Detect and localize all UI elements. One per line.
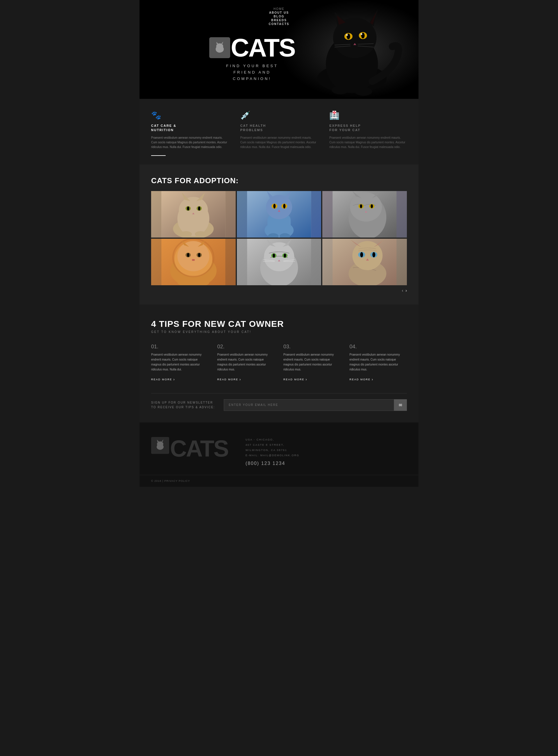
feature-health-title: CAT HEALTH PROBLEMS bbox=[240, 124, 318, 132]
tip-3-body: Praesent vestibulum aenean nonummy endre… bbox=[283, 352, 341, 372]
svg-point-50 bbox=[283, 204, 285, 209]
hero-logo-area: CATS FIND YOUR BEST FRIEND AND COMPANION… bbox=[209, 35, 295, 82]
nav-blog[interactable]: BLOG bbox=[140, 15, 418, 18]
feature-health: 💉 CAT HEALTH PROBLEMS Praesent vestibulu… bbox=[240, 111, 318, 156]
mail-icon: ✉ bbox=[399, 403, 402, 407]
hero-section: HOME ABOUT US BLOG BREEDS CONTACTS CATS … bbox=[140, 0, 418, 99]
prev-button[interactable]: ‹ bbox=[402, 288, 403, 293]
tips-grid: 01. Praesent vestibulum aenean nonummy e… bbox=[151, 344, 407, 382]
svg-point-44 bbox=[266, 195, 292, 219]
svg-point-74 bbox=[198, 253, 200, 257]
cat-cell-3[interactable] bbox=[322, 191, 407, 238]
svg-point-105 bbox=[157, 441, 163, 447]
svg-point-23 bbox=[216, 43, 223, 49]
svg-point-62 bbox=[371, 204, 373, 208]
feature-health-body: Praesent vestibulum aenean nonummy endre… bbox=[240, 136, 318, 149]
footer-logo: CATS bbox=[151, 437, 228, 460]
feature-help-title: EXPRESS HELP FOR YOUR CAT bbox=[329, 124, 407, 132]
cat-img-tabby bbox=[237, 239, 322, 285]
cat-cell-5[interactable] bbox=[237, 239, 322, 285]
svg-point-19 bbox=[332, 86, 349, 95]
svg-point-20 bbox=[355, 87, 372, 96]
nav-home[interactable]: HOME bbox=[140, 7, 418, 10]
svg-point-49 bbox=[273, 204, 276, 209]
brand-name: CATS bbox=[231, 35, 295, 60]
tip-2-num: 02. bbox=[218, 344, 275, 350]
tip-3-read-more[interactable]: READ MORE bbox=[283, 377, 307, 382]
svg-rect-75 bbox=[192, 259, 195, 261]
tip-3: 03. Praesent vestibulum aenean nonummy e… bbox=[283, 344, 341, 382]
footer-address: USA - CHICAGO, 407 CASTE E STREET, WILMI… bbox=[246, 437, 407, 458]
svg-point-73 bbox=[187, 253, 189, 257]
svg-point-56 bbox=[350, 193, 382, 222]
svg-point-86 bbox=[284, 253, 286, 258]
newsletter-email-input[interactable] bbox=[224, 399, 394, 411]
cat-img-british bbox=[151, 191, 236, 238]
tip-2-read-more[interactable]: READ MORE bbox=[218, 377, 242, 382]
tip-4: 04. Praesent vestibulum aenean nonummy e… bbox=[350, 344, 407, 382]
tip-2: 02. Praesent vestibulum aenean nonummy e… bbox=[218, 344, 275, 382]
newsletter-form: ✉ bbox=[224, 399, 407, 411]
feature-care: 🐾 CAT CARE & NUTRITION Praesent vestibul… bbox=[151, 111, 229, 156]
svg-point-85 bbox=[273, 253, 275, 258]
hero-tagline: FIND YOUR BEST FRIEND AND COMPANION! bbox=[209, 63, 295, 82]
cat-cell-4[interactable] bbox=[151, 239, 236, 285]
svg-point-101 bbox=[360, 252, 363, 257]
feature-care-body: Praesent vestibulum aenean nonummy endre… bbox=[151, 136, 229, 149]
cat-cell-2[interactable] bbox=[237, 191, 322, 238]
nav-about[interactable]: ABOUT US bbox=[140, 11, 418, 14]
next-button[interactable]: › bbox=[405, 288, 407, 293]
svg-point-35 bbox=[187, 206, 189, 211]
tips-section: 4 TIPS FOR NEW CAT OWNER GET TO KNOW EVE… bbox=[140, 304, 418, 422]
feature-help-body: Praesent vestibulum aenean nonummy endre… bbox=[329, 136, 407, 149]
tip-2-body: Praesent vestibulum aenean nonummy endre… bbox=[218, 352, 275, 372]
logo-g-icon bbox=[209, 37, 230, 58]
footer-bottom-bar: © 2018 | PRIVACY POLICY bbox=[140, 475, 418, 487]
svg-point-36 bbox=[198, 206, 200, 211]
tip-1-num: 01. bbox=[151, 344, 209, 350]
nav-breeds[interactable]: BREEDS bbox=[140, 19, 418, 22]
newsletter-submit-button[interactable]: ✉ bbox=[394, 399, 407, 411]
feature-help: 🏥 EXPRESS HELP FOR YOUR CAT Praesent ves… bbox=[329, 111, 407, 156]
svg-point-80 bbox=[264, 242, 294, 271]
footer-info-section: USA - CHICAGO, 407 CASTE E STREET, WILMI… bbox=[246, 437, 407, 466]
cat-cell-6[interactable] bbox=[322, 239, 407, 285]
cat-img-russian-blue bbox=[237, 191, 322, 238]
tip-1-read-more[interactable]: READ MORE bbox=[151, 377, 175, 382]
tip-4-body: Praesent vestibulum aenean nonummy endre… bbox=[350, 352, 407, 372]
adoption-title: CATS FOR ADOPTION: bbox=[151, 176, 407, 185]
svg-point-68 bbox=[177, 241, 209, 271]
footer-cat-icon bbox=[154, 439, 167, 452]
svg-point-13 bbox=[361, 33, 362, 35]
svg-point-39 bbox=[195, 231, 206, 237]
tip-1: 01. Praesent vestibulum aenean nonummy e… bbox=[151, 344, 209, 382]
svg-point-94 bbox=[353, 241, 383, 270]
tip-4-num: 04. bbox=[350, 344, 407, 350]
cat-grid bbox=[151, 191, 407, 285]
nav-contacts[interactable]: CONTACTS bbox=[140, 22, 418, 26]
svg-point-61 bbox=[360, 204, 362, 208]
tip-1-body: Praesent vestibulum aenean nonummy endre… bbox=[151, 352, 209, 372]
help-icon: 🏥 bbox=[329, 111, 407, 120]
cat-cell-1[interactable] bbox=[151, 191, 236, 238]
navigation: HOME ABOUT US BLOG BREEDS CONTACTS bbox=[140, 7, 418, 26]
adoption-section: CATS FOR ADOPTION: bbox=[140, 165, 418, 304]
svg-point-102 bbox=[373, 252, 376, 257]
newsletter-text: SIGN UP FOR OUR NEWSLETTER TO RECEIVE OU… bbox=[151, 400, 215, 410]
copyright-text: © 2018 | PRIVACY POLICY bbox=[151, 480, 190, 482]
cat-img-sphynx bbox=[322, 239, 407, 285]
feature-divider bbox=[151, 155, 166, 156]
features-section: 🐾 CAT CARE & NUTRITION Praesent vestibul… bbox=[140, 99, 418, 165]
newsletter-section: SIGN UP FOR OUR NEWSLETTER TO RECEIVE OU… bbox=[151, 393, 407, 411]
footer-section: CATS USA - CHICAGO, 407 CASTE E STREET, … bbox=[140, 422, 418, 475]
footer-brand: CATS bbox=[151, 437, 228, 460]
cat-img-grey bbox=[322, 191, 407, 238]
svg-marker-107 bbox=[161, 439, 163, 442]
tip-3-num: 03. bbox=[283, 344, 341, 350]
svg-point-12 bbox=[346, 34, 348, 36]
tips-title: 4 TIPS FOR NEW CAT OWNER bbox=[151, 319, 407, 329]
cat-img-persian bbox=[151, 239, 236, 285]
tip-4-read-more[interactable]: READ MORE bbox=[350, 377, 374, 382]
footer-phone: (800) 123 1234 bbox=[246, 461, 407, 466]
feature-care-title: CAT CARE & NUTRITION bbox=[151, 124, 229, 132]
